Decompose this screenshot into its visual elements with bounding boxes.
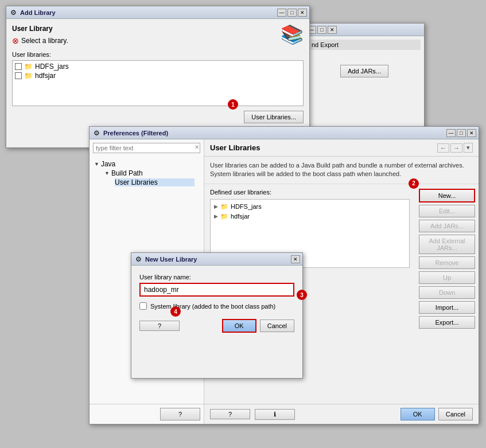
library-stack-icon: 📚 [281, 24, 304, 45]
add-library-minimize[interactable]: — [277, 9, 286, 17]
prefs-footer-buttons: OK Cancel [401, 408, 473, 420]
prefs-icon: ⚙ [92, 128, 101, 138]
hdfsjar-checkbox[interactable] [15, 72, 22, 79]
java-node-label[interactable]: ▼ Java [94, 160, 199, 168]
prefs-controls[interactable]: — □ ✕ [446, 129, 476, 137]
new-lib-help-btn[interactable]: ? [139, 321, 180, 331]
remove-button[interactable]: Remove [419, 256, 475, 269]
build-path-label[interactable]: ▼ Build Path [104, 169, 197, 177]
bg-import-export-label: nd Export [308, 40, 421, 50]
import-button[interactable]: Import... [419, 301, 475, 314]
build-path-expand-icon: ▼ [104, 170, 110, 176]
prefs-titlebar: ⚙ Preferences (Filtered) — □ ✕ [90, 127, 479, 139]
user-library-name-input[interactable] [139, 283, 294, 297]
nav-dropdown-btn[interactable]: ▾ [464, 143, 473, 153]
bg-close-btn[interactable]: ✕ [328, 26, 337, 34]
up-button[interactable]: Up [419, 271, 475, 284]
prefs-info-btn[interactable]: ℹ [255, 409, 295, 420]
java-expand-icon: ▼ [94, 161, 99, 167]
system-lib-checkbox[interactable] [139, 302, 147, 310]
prefs-left-btn[interactable]: ? [160, 408, 200, 420]
user-libraries-label: User libraries: [12, 51, 304, 58]
user-libraries-button[interactable]: User Libraries... [244, 111, 304, 123]
filter-input[interactable] [93, 143, 200, 153]
down-button[interactable]: Down [419, 286, 475, 299]
add-library-controls[interactable]: — □ ✕ [277, 9, 307, 17]
add-library-footer: User Libraries... [12, 111, 304, 123]
bg-window-body: nd Export Add JARs... [305, 36, 424, 83]
new-lib-title: New User Library [145, 256, 291, 263]
new-lib-icon: ⚙ [134, 255, 143, 264]
error-text: Select a library. [21, 37, 68, 45]
hdfsjar-tree-label: hdfsjar [231, 213, 250, 220]
hdfs-jars-tree-folder: 📁 [220, 203, 228, 211]
hdfs-jars-tree-arrow: ▶ [214, 204, 218, 209]
hdfs-jars-folder-icon: 📁 [24, 63, 33, 71]
prefs-minimize[interactable]: — [446, 129, 456, 137]
system-lib-label: System library (added to the boot class … [150, 303, 275, 310]
tree-node-java[interactable]: ▼ Java ▼ Build Path [92, 159, 201, 190]
step-badge-4: 4 [170, 306, 181, 317]
system-lib-row: System library (added to the boot class … [139, 302, 294, 310]
hdfs-jars-label: HDFS_jars [35, 63, 69, 71]
list-item[interactable]: 📁 HDFS_jars [14, 62, 302, 71]
hdfs-jars-tree-label: HDFS_jars [231, 203, 262, 210]
user-libraries-list[interactable]: 📁 HDFS_jars 📁 hdfsjar [12, 60, 304, 106]
prefs-close[interactable]: ✕ [467, 129, 476, 137]
prefs-help-btn[interactable]: ? [210, 409, 250, 419]
prefs-footer-left: ? ℹ [210, 409, 295, 420]
filter-box: ✕ [93, 143, 200, 153]
nav-back-btn[interactable]: ← [437, 143, 449, 153]
add-library-titlebar: ⚙ Add Library — □ ✕ [6, 6, 309, 19]
add-external-jars-button[interactable]: Add External JARs... [419, 235, 475, 254]
step-badge-2: 2 [409, 178, 419, 189]
add-jars-button[interactable]: Add JARs... [419, 220, 475, 232]
list-item[interactable]: 📁 hdfsjar [14, 71, 302, 80]
new-lib-ok-button[interactable]: OK [222, 319, 256, 333]
new-lib-cancel-button[interactable]: Cancel [260, 320, 294, 332]
step-badge-3: 3 [297, 290, 307, 300]
hdfsjar-folder-icon: 📁 [24, 72, 33, 80]
nav-forward-btn[interactable]: → [450, 143, 462, 153]
user-libraries-tree-label: User Libraries [115, 178, 158, 186]
java-label: Java [101, 160, 115, 168]
add-library-close[interactable]: ✕ [298, 9, 307, 17]
prefs-right-header: User Libraries ← → ▾ [204, 139, 479, 157]
nav-arrows: ← → ▾ [437, 143, 473, 153]
build-path-text: Build Path [111, 169, 143, 177]
error-icon: ⊗ [12, 36, 19, 45]
new-lib-controls[interactable]: ✕ [291, 255, 300, 263]
lib-tree-item[interactable]: ▶ 📁 HDFS_jars [213, 202, 407, 212]
new-user-library-window: ⚙ New User Library ✕ 3 User library name… [131, 252, 303, 379]
new-button[interactable]: New... [419, 189, 475, 202]
prefs-cancel-button[interactable]: Cancel [438, 408, 473, 420]
new-lib-footer: 4 ? OK Cancel [139, 319, 294, 333]
export-button[interactable]: Export... [419, 316, 475, 329]
bg-window-titlebar: — □ ✕ [305, 24, 424, 36]
tree-node-build-path[interactable]: ▼ Build Path User Libraries [102, 168, 199, 189]
filter-clear-icon[interactable]: ✕ [195, 144, 199, 150]
new-lib-help-btn-area: ? [139, 321, 180, 331]
prefs-title: Preferences (Filtered) [103, 130, 446, 137]
prefs-right-buttons: 2 New... Edit... Add JARs... Add Externa… [415, 184, 479, 404]
hdfs-jars-checkbox[interactable] [15, 63, 22, 70]
add-library-icon: ⚙ [9, 8, 18, 17]
new-lib-close[interactable]: ✕ [291, 255, 300, 263]
user-libraries-node-label[interactable]: User Libraries [115, 178, 195, 186]
java-children: ▼ Build Path User Libraries [102, 168, 199, 189]
lib-tree-item[interactable]: ▶ 📁 hdfsjar [213, 212, 407, 221]
edit-button[interactable]: Edit... [419, 205, 475, 217]
add-library-maximize[interactable]: □ [287, 9, 297, 17]
build-path-children: User Libraries [112, 177, 197, 188]
bg-add-jars-button[interactable]: Add JARs... [340, 65, 388, 77]
step-badge-1: 1 [228, 99, 238, 110]
user-library-name-label: User library name: [139, 274, 294, 281]
defined-libs-label: Defined user libraries: [210, 189, 410, 196]
prefs-ok-button[interactable]: OK [401, 408, 435, 420]
bg-window-controls[interactable]: — □ ✕ [307, 26, 337, 34]
prefs-maximize[interactable]: □ [457, 129, 466, 137]
hdfsjar-label: hdfsjar [35, 72, 56, 80]
tree-node-user-libraries[interactable]: User Libraries [112, 177, 197, 188]
hdfsjar-tree-folder: 📁 [220, 213, 228, 220]
bg-maximize-btn[interactable]: □ [317, 26, 326, 34]
